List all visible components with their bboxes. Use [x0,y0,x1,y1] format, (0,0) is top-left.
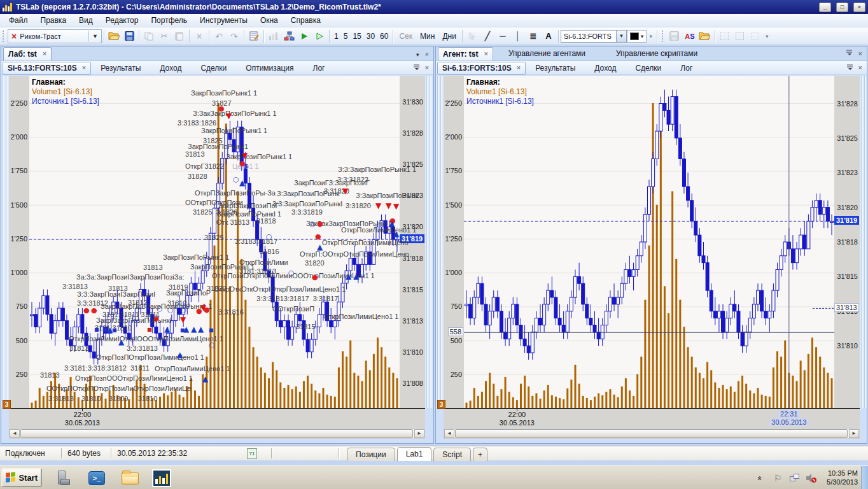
tray-network[interactable] [788,466,802,489]
save-as-button[interactable]: AS [683,29,697,43]
menu-item-5[interactable]: Инструменты [193,15,254,26]
interval-button-30[interactable]: 30 [364,31,377,42]
minimize-button[interactable]: _ [819,3,831,12]
close-icon[interactable]: × [858,50,862,57]
interval-button-60[interactable]: 60 [377,31,391,42]
toolbar-drag-handle[interactable] [662,31,664,42]
menu-item-2[interactable]: Вид [73,15,99,26]
close-icon[interactable]: × [425,64,429,71]
agent-tab-1[interactable]: Результаты [526,62,585,74]
start-button[interactable]: Start [1,468,42,487]
taskbar-item-server-manager[interactable] [52,469,75,488]
scroll-strip[interactable] [425,76,433,408]
menu-item-3[interactable]: Редактор [99,15,145,26]
lab-tab-5[interactable]: Лог [304,62,335,74]
lab-tab-1[interactable]: Результаты [91,62,150,74]
delete-button[interactable]: × [192,29,206,43]
run-agent-button[interactable] [312,29,326,43]
close-icon[interactable]: × [425,51,429,58]
copy-button[interactable] [142,29,156,43]
channel-tool-button[interactable]: ≣ [526,29,540,43]
vline-tool-button[interactable]: │ [511,29,525,43]
unit-button-2[interactable]: Дни [438,31,459,42]
script-properties-button[interactable] [247,29,261,43]
taskbar-clock[interactable]: 10:35 PM 5/30/2013 [827,469,858,486]
interval-button-1[interactable]: 1 [332,31,341,42]
splitter-strip[interactable] [436,76,444,408]
maximize-button[interactable]: □ [836,3,848,12]
connection-selector[interactable]: × Риком-Траст ▼ [8,29,102,43]
color-picker[interactable]: ▾ [627,30,647,43]
agent-tab-2[interactable]: Доход [585,62,626,74]
lab-tab-4[interactable]: Оптимизация [236,62,303,74]
lab-window-tab[interactable]: Лаб: tst× [3,47,52,60]
taskbar-item-tslab[interactable] [150,469,173,488]
instrument-select[interactable]: Si-6.13:FORTS ▼ [561,30,627,43]
tab-list-icon[interactable] [846,49,853,58]
menu-item-7[interactable]: Справка [284,15,327,26]
price-chart-plot[interactable]: Главная:Volume1 [Si-6.13]Источник1 [Si-6… [464,76,834,408]
agent-tab-0[interactable]: Si-6.13:FORTS:10S× [437,62,526,74]
menu-item-4[interactable]: Портфель [144,15,193,26]
agent-tab-3[interactable]: Сделки [626,62,671,74]
menu-item-0[interactable]: Файл [3,15,34,26]
menu-item-6[interactable]: Окна [254,15,284,26]
pointer-tool-button[interactable] [465,29,479,43]
toolbar-drag-handle[interactable] [3,31,5,42]
tray-action-center[interactable]: ⚐ [771,466,784,489]
close-icon[interactable]: × [82,64,86,71]
scroll-right-button[interactable]: ► [414,429,424,438]
chart-h-scrollbar[interactable]: ◄► [444,429,860,439]
save-layout-button[interactable] [668,29,682,43]
select-blocks-button[interactable] [718,29,732,43]
workspace-tab-script[interactable]: Script [433,448,471,461]
add-workspace-tab-button[interactable]: + [473,448,487,461]
scroll-right-button[interactable]: ► [849,429,859,438]
tray-volume[interactable] [804,466,818,489]
taskbar-item-powershell[interactable]: >_ [85,469,108,488]
cut-button[interactable]: ✂ [157,29,171,43]
agent-header-tab-1[interactable]: Управление скриптами [601,49,713,60]
agent-header-tab-0[interactable]: Управление агентами [493,49,601,60]
hline-tool-button[interactable]: ─ [496,29,510,43]
show-desktop-button[interactable] [861,466,868,489]
lab-tab-3[interactable]: Сделки [191,62,236,74]
close-icon[interactable]: × [517,64,521,71]
agent-window-tab[interactable]: Агент: tst× [438,47,493,60]
close-icon[interactable]: × [43,50,46,57]
trendline-tool-button[interactable]: ╱ [480,29,494,43]
open-script-button[interactable] [698,29,712,43]
paste-button[interactable] [172,29,186,43]
workspace-tab-lab1[interactable]: Lab1 [397,447,432,461]
close-icon[interactable]: × [484,50,487,57]
agent-tab-4[interactable]: Лог [671,62,702,74]
save-button[interactable] [122,29,136,43]
tab-list-icon[interactable] [846,64,853,73]
redo-button[interactable]: ↷ [227,29,241,43]
scrollbar-thumb[interactable] [20,429,413,438]
chart-h-scrollbar[interactable]: ◄► [9,429,425,439]
toolbar-overflow-icon[interactable]: ▾ [649,33,652,39]
text-tool-button[interactable]: A [542,29,556,43]
chevron-down-icon[interactable]: ▼ [616,31,626,42]
tray-expand-button[interactable]: « [753,466,766,489]
interval-button-15[interactable]: 15 [350,31,363,42]
lab-tab-0[interactable]: Si-6.13:FORTS:10S× [3,62,91,74]
interval-button-5[interactable]: 5 [341,31,351,42]
layers-button[interactable] [748,29,762,43]
run-button[interactable] [297,29,311,43]
chart-button[interactable] [267,29,281,43]
chevron-down-icon[interactable]: ▾ [416,52,419,58]
undo-button[interactable]: ↶ [212,29,226,43]
menu-item-1[interactable]: Правка [34,15,73,26]
unit-button-0[interactable]: Сек [395,31,416,42]
close-icon[interactable]: × [858,64,862,71]
scroll-strip[interactable] [860,76,867,408]
tab-list-icon[interactable] [413,64,420,73]
close-button[interactable]: × [853,3,865,12]
scroll-left-button[interactable]: ◄ [10,429,20,438]
script-diagram-button[interactable] [282,29,296,43]
workspace-tab-позиции[interactable]: Позиции [347,448,395,461]
taskbar-item-explorer[interactable] [118,469,141,488]
titlebar[interactable]: TSLab (версия 1.2.7.0:32bit) - C:\Users\… [0,0,868,14]
